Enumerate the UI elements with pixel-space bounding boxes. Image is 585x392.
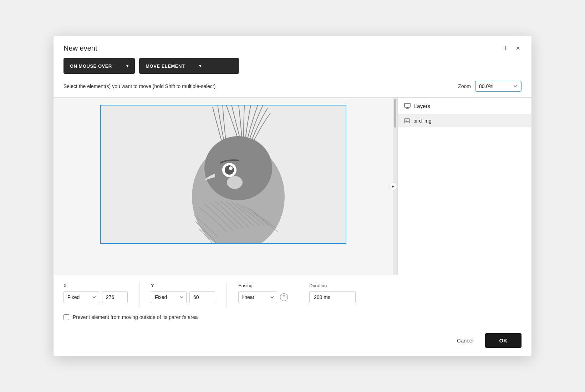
action-dropdown[interactable]: MOVE ELEMENT ▾ bbox=[139, 58, 239, 74]
duration-value-input[interactable] bbox=[309, 291, 356, 303]
new-event-dialog: New event + × ON MOUSE OVER ▾ MOVE ELEME… bbox=[54, 36, 531, 356]
duration-group: Duration bbox=[309, 283, 356, 303]
layer-item-name: bird-img bbox=[413, 118, 432, 124]
zoom-container: Zoom 50% 75% 80.0% 100% 125% 150% bbox=[458, 81, 522, 92]
layers-list: bird-img bbox=[398, 114, 531, 275]
svg-point-5 bbox=[227, 176, 243, 189]
x-group: X Fixed Relative bbox=[63, 283, 128, 303]
panel-collapse-button[interactable]: ▶ bbox=[389, 182, 397, 190]
svg-rect-7 bbox=[405, 119, 410, 123]
main-area: ▶ Layers bird-img bbox=[54, 97, 531, 275]
instruction-text: Select the element(s) you want to move (… bbox=[63, 83, 215, 89]
image-layer-icon bbox=[404, 118, 410, 124]
duration-inputs bbox=[309, 291, 356, 303]
easing-help-icon[interactable]: ? bbox=[280, 293, 288, 301]
instruction-row: Select the element(s) you want to move (… bbox=[54, 81, 531, 97]
svg-point-8 bbox=[406, 120, 407, 121]
x-mode-select[interactable]: Fixed Relative bbox=[63, 291, 99, 303]
bird-illustration bbox=[163, 105, 313, 244]
trigger-label: ON MOUSE OVER bbox=[70, 63, 112, 69]
monitor-icon bbox=[404, 103, 411, 109]
canvas-frame[interactable] bbox=[100, 105, 346, 244]
dialog-header: New event + × bbox=[54, 36, 531, 58]
svg-point-3 bbox=[225, 165, 234, 175]
dialog-title: New event bbox=[63, 44, 97, 52]
close-button[interactable]: × bbox=[514, 43, 522, 53]
layers-header: Layers bbox=[398, 98, 531, 114]
x-value-input[interactable] bbox=[102, 291, 128, 303]
add-button[interactable]: + bbox=[502, 43, 509, 53]
svg-rect-6 bbox=[405, 103, 410, 107]
ok-button[interactable]: OK bbox=[485, 333, 522, 348]
help-icon-text: ? bbox=[283, 295, 285, 300]
svg-point-4 bbox=[229, 166, 233, 170]
easing-select[interactable]: linear ease ease-in ease-out ease-in-out bbox=[238, 291, 277, 303]
scrollbar-thumb[interactable] bbox=[394, 99, 396, 128]
layers-panel: Layers bird-img bbox=[397, 98, 531, 275]
layer-item[interactable]: bird-img bbox=[398, 114, 531, 127]
x-inputs: Fixed Relative bbox=[63, 291, 128, 303]
zoom-label: Zoom bbox=[458, 83, 471, 89]
y-inputs: Fixed Relative bbox=[151, 291, 215, 303]
y-value-input[interactable] bbox=[189, 291, 215, 303]
cancel-button[interactable]: Cancel bbox=[451, 334, 479, 347]
y-label: Y bbox=[151, 283, 215, 288]
trigger-action-row: ON MOUSE OVER ▾ MOVE ELEMENT ▾ bbox=[54, 58, 531, 81]
properties-panel: X Fixed Relative Y Fixed Relative bbox=[54, 275, 531, 328]
action-label: MOVE ELEMENT bbox=[146, 63, 185, 69]
prevent-outside-checkbox[interactable] bbox=[63, 314, 69, 320]
y-group: Y Fixed Relative bbox=[151, 283, 215, 303]
easing-inputs: linear ease ease-in ease-out ease-in-out… bbox=[238, 291, 288, 303]
x-label: X bbox=[63, 283, 128, 288]
props-row: X Fixed Relative Y Fixed Relative bbox=[63, 283, 522, 308]
y-easing-divider bbox=[227, 283, 227, 308]
svg-point-1 bbox=[204, 136, 272, 200]
canvas-area[interactable] bbox=[54, 98, 393, 275]
duration-label: Duration bbox=[309, 283, 356, 288]
y-mode-select[interactable]: Fixed Relative bbox=[151, 291, 187, 303]
trigger-chevron-icon: ▾ bbox=[126, 63, 129, 68]
prevent-outside-label: Prevent element from moving outside of i… bbox=[73, 314, 198, 320]
easing-group: Easing linear ease ease-in ease-out ease… bbox=[238, 283, 288, 303]
trigger-dropdown[interactable]: ON MOUSE OVER ▾ bbox=[63, 58, 135, 74]
layers-title: Layers bbox=[414, 103, 430, 109]
header-icons: + × bbox=[502, 43, 522, 53]
xy-divider bbox=[139, 283, 139, 308]
checkbox-row: Prevent element from moving outside of i… bbox=[63, 314, 522, 320]
zoom-select[interactable]: 50% 75% 80.0% 100% 125% 150% bbox=[475, 81, 522, 92]
easing-label: Easing bbox=[238, 283, 288, 288]
dialog-footer: Cancel OK bbox=[54, 328, 531, 356]
action-chevron-icon: ▾ bbox=[199, 63, 202, 68]
